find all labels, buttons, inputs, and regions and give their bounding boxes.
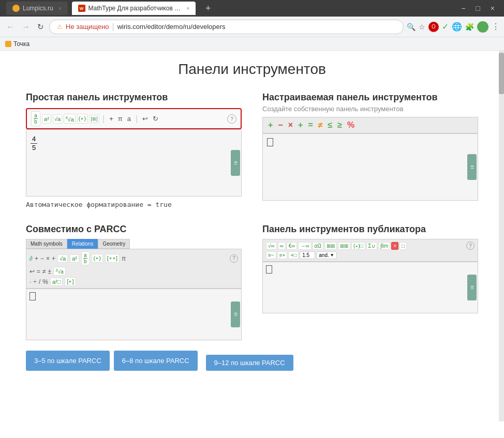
publisher-editor[interactable]: ☰ <box>262 262 478 313</box>
pub-align1[interactable]: ≡− <box>266 251 276 259</box>
parcc-matrix2[interactable]: a²□ <box>50 278 63 286</box>
pub-inf[interactable]: ∞ <box>278 242 286 250</box>
scrollbar-thumb[interactable] <box>499 53 504 94</box>
op-geq[interactable]: ≥ <box>337 120 342 130</box>
pub-alpha-omega[interactable]: αΩ <box>313 242 323 250</box>
fraction-button[interactable]: a b <box>31 111 40 126</box>
custom-editor-scroll[interactable]: ☰ <box>467 154 477 180</box>
pub-and-dropdown[interactable]: and. ▼ <box>316 251 336 259</box>
op-cdot[interactable]: + <box>298 120 303 130</box>
parcc-parens[interactable]: (∘) <box>92 254 103 263</box>
tab-lumpics[interactable]: Lumpics.ru × <box>6 2 68 15</box>
pub-close-btn[interactable]: × <box>391 242 398 250</box>
parcc-editor[interactable]: ☰ <box>26 289 242 340</box>
op-minus[interactable]: − <box>278 120 283 130</box>
parcc-sqrt[interactable]: √a <box>57 254 68 263</box>
tab-geometry[interactable]: Geometry <box>98 239 130 249</box>
url-bar[interactable]: ⚠ Не защищено | wiris.com/editor/demo/ru… <box>49 20 404 34</box>
minimize-button[interactable]: − <box>458 3 468 13</box>
parcc-btn-9-12[interactable]: 9–12 по шкале PARCC <box>206 355 293 371</box>
simple-help-icon[interactable]: ? <box>227 114 236 124</box>
parcc-editor-scroll[interactable]: ☰ <box>231 301 240 327</box>
pub-matrix1[interactable]: ⊞⊞ <box>324 242 337 250</box>
reload-button[interactable]: ↻ <box>35 21 46 33</box>
globe-icon[interactable]: 🌐 <box>452 22 462 32</box>
pub-help-icon[interactable]: ? <box>466 241 475 250</box>
pub-add-box[interactable]: +□ <box>288 251 299 259</box>
parcc-sup[interactable]: a² <box>70 254 79 263</box>
pub-int-lim[interactable]: ∫lim <box>378 242 391 250</box>
back-button[interactable]: ← <box>4 21 17 33</box>
check-icon[interactable]: ✓ <box>442 22 449 32</box>
search-icon[interactable]: 🔍 <box>407 23 416 31</box>
parens-button[interactable]: (∘) <box>77 114 87 124</box>
tab-mathtype-close[interactable]: × <box>187 6 190 11</box>
parcc-cbrt[interactable]: 3√a <box>53 267 66 276</box>
pub-matrix2[interactable]: ⊞⊞ <box>338 242 350 250</box>
close-button[interactable]: × <box>487 3 498 13</box>
parcc-pct[interactable]: % <box>42 278 48 285</box>
tab-relations[interactable]: Relations <box>67 239 98 249</box>
redo-button[interactable]: ↻ <box>151 114 160 124</box>
new-tab-button[interactable]: + <box>202 2 214 14</box>
parcc-div[interactable]: ÷ <box>33 278 37 285</box>
pub-parens2[interactable]: (∘)□ <box>351 242 365 250</box>
pi-button[interactable]: π <box>116 114 124 124</box>
parcc-times[interactable]: × <box>46 255 50 262</box>
parcc-btn-3-5[interactable]: 3–5 по шкале PARCC <box>26 351 110 371</box>
superscript-button[interactable]: a² <box>42 114 51 124</box>
parcc-help-icon[interactable]: ? <box>230 254 238 263</box>
op-leq[interactable]: ≤ <box>328 120 333 130</box>
pub-size-input[interactable]: 1.5 <box>300 251 315 259</box>
parcc-eq[interactable]: = <box>37 268 40 275</box>
pub-arrow-inf[interactable]: →∞ <box>298 242 311 250</box>
tab-lumpics-close[interactable]: × <box>58 6 62 11</box>
op-times[interactable]: × <box>288 120 293 130</box>
page-title: Панели инструментов <box>26 61 478 78</box>
pub-sqrt-inf[interactable]: √∞ <box>266 242 277 250</box>
parcc-dot[interactable]: + <box>52 255 55 262</box>
parcc-btn-6-8[interactable]: 6–8 по шкале PARCC <box>114 351 198 371</box>
bookmark-star-icon[interactable]: ☆ <box>419 23 425 31</box>
op-plus[interactable]: + <box>268 120 273 130</box>
undo-button[interactable]: ↩ <box>141 114 150 124</box>
alpha-button[interactable]: a <box>126 114 132 124</box>
extension-icon[interactable]: 🧩 <box>465 23 474 31</box>
opera-icon[interactable]: O <box>428 22 439 32</box>
menu-icon[interactable]: ⋮ <box>492 22 500 32</box>
parcc-cdot[interactable]: · <box>29 278 31 285</box>
parcc-brackets[interactable]: [∘∘] <box>105 254 120 263</box>
parcc-partial[interactable]: ∂ <box>29 255 33 262</box>
parcc-minus[interactable]: − <box>40 255 44 262</box>
tab-math-symbols[interactable]: Math symbols <box>26 239 67 249</box>
parcc-frac[interactable]: a b <box>81 251 90 265</box>
tab-mathtype[interactable]: W MathType Для разработчиков (… × <box>72 2 196 15</box>
parcc-plus[interactable]: + <box>35 255 38 262</box>
pub-box-btn[interactable]: □ <box>399 242 407 250</box>
fourthroot-button[interactable]: 4√a <box>64 114 76 124</box>
op-neq[interactable]: ≠ <box>318 120 323 130</box>
parcc-undo[interactable]: ↩ <box>29 268 35 275</box>
parcc-neq[interactable]: ≠ <box>42 268 46 275</box>
publisher-editor-scroll[interactable]: ☰ <box>467 275 477 300</box>
editor-scroll-right[interactable]: ☰ <box>231 150 240 176</box>
parcc-slash[interactable]: / <box>39 278 40 285</box>
op-pct[interactable]: % <box>347 120 354 130</box>
sqrt-button[interactable]: √a <box>53 114 62 124</box>
simple-editor[interactable]: 4 5 ☰ <box>26 129 242 197</box>
pub-sigma-union[interactable]: Σ∪ <box>366 242 377 250</box>
matrix-button[interactable]: [⊞] <box>89 115 99 123</box>
bookmark-label[interactable]: Точка <box>13 40 29 48</box>
forward-button[interactable]: → <box>20 21 32 33</box>
op-eq[interactable]: = <box>308 120 313 130</box>
plus-button[interactable]: + <box>108 114 115 124</box>
custom-editor[interactable]: ☰ <box>262 133 478 201</box>
pub-euro-inf[interactable]: €∞ <box>287 242 298 250</box>
parcc-pm[interactable]: ± <box>48 268 52 275</box>
pub-align2[interactable]: ≡+ <box>277 251 288 259</box>
scrollbar[interactable] <box>499 51 504 421</box>
parcc-bracket2[interactable]: [∘] <box>65 277 76 286</box>
profile-avatar[interactable] <box>477 21 488 33</box>
parcc-pi[interactable]: π <box>122 255 126 262</box>
maximize-button[interactable]: □ <box>472 3 483 13</box>
